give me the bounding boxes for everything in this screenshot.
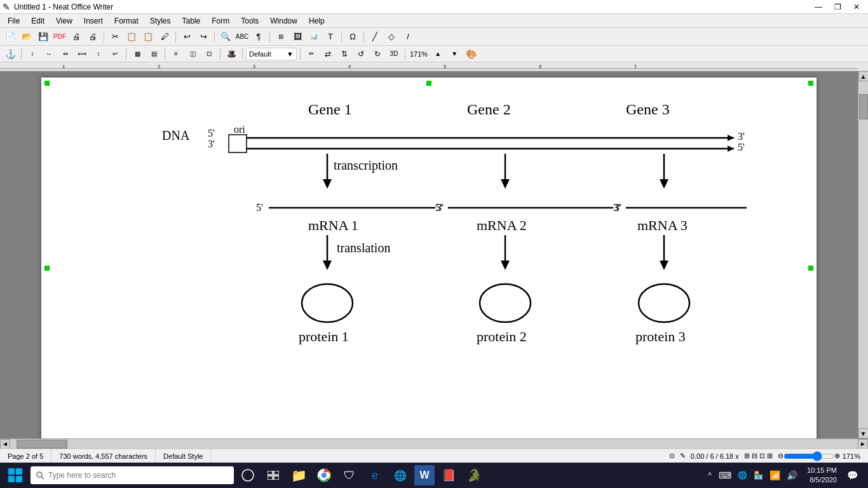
menu-edit[interactable]: Edit [26, 15, 50, 27]
tb-para[interactable]: ¶ [251, 30, 266, 44]
tb-border2[interactable]: ▤ [146, 47, 161, 61]
menu-table[interactable]: Table [177, 15, 206, 27]
tb-wrap2[interactable]: ↔ [41, 47, 57, 61]
sel-handle-tc[interactable] [426, 81, 431, 86]
tb-pos-h[interactable]: ◫ [185, 47, 200, 61]
scroll-left-button[interactable]: ◄ [0, 439, 10, 449]
scroll-right-button[interactable]: ► [858, 439, 868, 449]
notifications-button[interactable]: 💬 [844, 470, 860, 480]
tb-wrap5[interactable]: ↕ [91, 47, 106, 61]
maximize-button[interactable]: ❐ [829, 1, 846, 13]
zoom-in-icon[interactable]: ⊕ [834, 452, 840, 460]
menu-insert[interactable]: Insert [79, 15, 108, 27]
tb-new[interactable]: 📄 [3, 30, 18, 44]
sel-handle-mr[interactable] [808, 266, 813, 271]
tb-image[interactable]: 🖼 [290, 30, 305, 44]
taskbar-acrobat[interactable]: 📕 [437, 464, 460, 487]
search-bar[interactable] [31, 466, 234, 484]
vertical-scrollbar[interactable]: ▲ ▼ [858, 71, 868, 438]
tb-open[interactable]: 📂 [19, 30, 34, 44]
scroll-up-button[interactable]: ▲ [858, 71, 869, 81]
search-input[interactable] [48, 471, 229, 480]
tb-insert-tbl[interactable]: ⊞ [273, 30, 288, 44]
tb-textbox[interactable]: T [323, 30, 338, 44]
taskbar-clock[interactable]: 10:15 PM 8/5/2020 [802, 466, 842, 485]
tb-wrap1[interactable]: ↕ [25, 47, 40, 61]
sel-handle-tr[interactable] [808, 81, 813, 86]
menu-help[interactable]: Help [304, 15, 330, 27]
minimize-button[interactable]: — [810, 1, 827, 13]
tb-pdf[interactable]: PDF [52, 30, 67, 44]
taskbar-word[interactable]: W [414, 465, 435, 485]
taskbar-explorer[interactable]: 📁 [287, 464, 310, 487]
tb-chart[interactable]: 📊 [306, 30, 322, 44]
h-scroll-thumb[interactable] [17, 440, 67, 449]
tb-color[interactable]: 🎨 [463, 47, 478, 61]
zoom-out-icon[interactable]: ⊖ [778, 452, 783, 460]
tb-wrap3[interactable]: ⇔ [58, 47, 73, 61]
tb-zoom-down[interactable]: ▼ [447, 47, 462, 61]
style-dropdown[interactable]: Default ▼ [246, 48, 297, 60]
scroll-thumb[interactable] [859, 94, 868, 119]
horizontal-scrollbar[interactable]: ◄ ► [0, 438, 868, 449]
taskbar-chrome[interactable] [313, 464, 336, 487]
tb-cut[interactable]: ✂ [107, 30, 123, 44]
sel-handle-ml[interactable] [44, 266, 50, 271]
tb-omega[interactable]: Ω [345, 30, 360, 44]
start-button[interactable] [3, 463, 28, 488]
tb-border1[interactable]: ▦ [130, 47, 145, 61]
tray-wifi[interactable]: 📶 [768, 470, 782, 480]
tb-spell[interactable]: ABC [234, 30, 250, 44]
tb-redo[interactable]: ↪ [196, 30, 211, 44]
tb-rotate-r[interactable]: ↻ [370, 47, 385, 61]
scroll-track[interactable] [858, 81, 868, 428]
tb-copy[interactable]: 📋 [124, 30, 139, 44]
tb-clone[interactable]: 🖊 [157, 30, 172, 44]
tb-draw-line[interactable]: ╱ [367, 30, 383, 44]
menu-styles[interactable]: Styles [145, 15, 176, 27]
tb-anchor[interactable]: ⚓ [3, 47, 18, 61]
task-view-button[interactable] [262, 464, 285, 487]
tb-print2[interactable]: 🖨 [85, 30, 100, 44]
tray-sound[interactable]: 🔊 [785, 470, 799, 480]
menu-tools[interactable]: Tools [236, 15, 264, 27]
h-scroll-track[interactable] [10, 439, 858, 449]
sel-handle-tl[interactable] [44, 81, 50, 86]
tb-align-row[interactable]: ≡ [168, 47, 184, 61]
tb-print[interactable]: 🖨 [69, 30, 84, 44]
menu-window[interactable]: Window [265, 15, 302, 27]
tb-draw-shape[interactable]: ◇ [384, 30, 399, 44]
tb-mirror-v[interactable]: ⇅ [337, 47, 352, 61]
taskbar-other[interactable]: 🐊 [463, 464, 485, 487]
tb-save[interactable]: 💾 [36, 30, 51, 44]
tray-network[interactable]: 🌐 [736, 471, 749, 480]
biology-diagram[interactable]: Gene 1 Gene 2 Gene 3 DNA 5' 3' [111, 90, 747, 421]
tb-zoom-up[interactable]: ▲ [430, 47, 445, 61]
menu-form[interactable]: Form [207, 15, 234, 27]
tb-pos-v[interactable]: ⊡ [201, 47, 217, 61]
menu-file[interactable]: File [3, 15, 25, 27]
cortana-button[interactable] [236, 464, 259, 487]
tb-edit-pts[interactable]: ✏ [304, 47, 319, 61]
tb-undo[interactable]: ↩ [179, 30, 194, 44]
tb-wrap4[interactable]: ⟺ [74, 47, 90, 61]
taskbar-browser[interactable]: 🌐 [389, 464, 412, 487]
scroll-down-button[interactable]: ▼ [858, 428, 869, 438]
tb-3d[interactable]: 3D [386, 47, 402, 61]
menu-format[interactable]: Format [109, 15, 144, 27]
taskbar-edge[interactable]: e [363, 464, 386, 487]
zoom-slider[interactable] [783, 451, 834, 461]
tb-find[interactable]: 🔍 [218, 30, 233, 44]
tray-up-arrow[interactable]: ^ [705, 471, 714, 480]
close-button[interactable]: ✕ [848, 1, 865, 13]
taskbar-shield[interactable]: 🛡 [338, 464, 361, 487]
menu-view[interactable]: View [51, 15, 78, 27]
tb-paste[interactable]: 📋 [140, 30, 156, 44]
tb-mirror-h[interactable]: ⇄ [320, 47, 336, 61]
tray-store[interactable]: 🏪 [752, 471, 765, 480]
tb-shadow[interactable]: 🎩 [224, 47, 239, 61]
tb-wrap6[interactable]: ↩ [107, 47, 123, 61]
tb-rotate-l[interactable]: ↺ [353, 47, 369, 61]
tb-draw-pen[interactable]: / [400, 30, 416, 44]
document-area[interactable]: Gene 1 Gene 2 Gene 3 DNA 5' 3' [0, 71, 858, 438]
